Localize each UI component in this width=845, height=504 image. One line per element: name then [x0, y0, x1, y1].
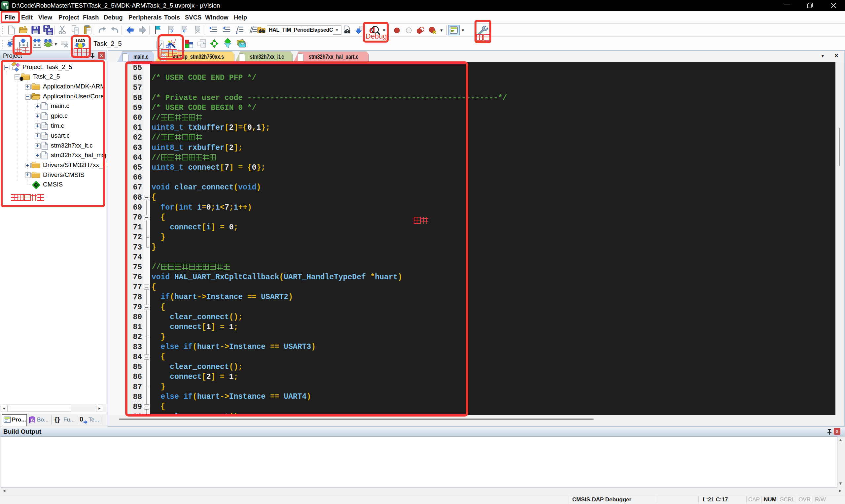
svg-text:?: ? — [32, 418, 34, 422]
